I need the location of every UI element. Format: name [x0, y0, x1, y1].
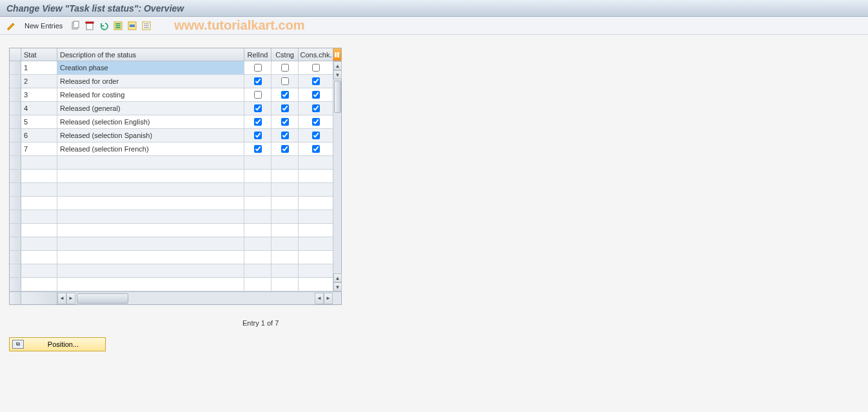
- empty-cell[interactable]: [57, 197, 244, 210]
- row-selector[interactable]: [10, 75, 21, 88]
- col-header-description[interactable]: Description of the status: [57, 48, 244, 61]
- empty-cell[interactable]: [21, 197, 57, 210]
- empty-cell[interactable]: [271, 264, 299, 278]
- checkbox-cstng[interactable]: [271, 88, 299, 102]
- checkbox-conschk[interactable]: [299, 88, 334, 102]
- checkbox-conschk-input[interactable]: [312, 132, 320, 139]
- checkbox-relind-input[interactable]: [254, 118, 262, 126]
- empty-cell[interactable]: [21, 237, 57, 251]
- empty-cell[interactable]: [21, 170, 57, 183]
- empty-cell[interactable]: [21, 251, 57, 264]
- empty-cell[interactable]: [271, 156, 299, 170]
- cell-stat[interactable]: 7: [21, 142, 57, 156]
- position-button[interactable]: ⧉ Position...: [9, 337, 106, 351]
- scroll-up-icon[interactable]: ▲: [333, 61, 342, 70]
- checkbox-conschk-input[interactable]: [312, 118, 320, 126]
- checkbox-conschk[interactable]: [299, 61, 334, 75]
- delete-icon[interactable]: [83, 19, 96, 32]
- col-header-cstng[interactable]: Cstng: [271, 48, 299, 61]
- scroll-right-step-icon[interactable]: ►: [66, 293, 75, 304]
- empty-cell[interactable]: [57, 237, 244, 251]
- checkbox-cstng[interactable]: [271, 142, 299, 156]
- empty-cell[interactable]: [271, 210, 299, 224]
- cell-stat[interactable]: 5: [21, 115, 57, 129]
- scroll-page-up-icon[interactable]: ▼: [333, 70, 342, 79]
- select-block-icon[interactable]: [126, 19, 139, 32]
- empty-cell[interactable]: [21, 210, 57, 224]
- checkbox-conschk[interactable]: [299, 102, 334, 115]
- empty-cell[interactable]: [57, 156, 244, 170]
- empty-cell[interactable]: [21, 224, 57, 237]
- checkbox-cstng-input[interactable]: [281, 104, 289, 112]
- checkbox-conschk-input[interactable]: [312, 77, 320, 85]
- checkbox-conschk-input[interactable]: [312, 145, 320, 153]
- table-settings-icon[interactable]: [333, 48, 341, 61]
- empty-cell[interactable]: [244, 210, 271, 224]
- empty-cell[interactable]: [271, 170, 299, 183]
- row-selector[interactable]: [10, 102, 21, 115]
- checkbox-cstng[interactable]: [271, 129, 299, 142]
- checkbox-conschk-input[interactable]: [312, 91, 320, 99]
- cell-description[interactable]: Released for order: [57, 75, 244, 88]
- checkbox-cstng[interactable]: [271, 115, 299, 129]
- checkbox-relind-input[interactable]: [254, 77, 262, 85]
- cell-description[interactable]: Released (selection French): [57, 142, 244, 156]
- checkbox-relind-input[interactable]: [254, 132, 262, 139]
- row-selector[interactable]: [10, 237, 21, 251]
- cell-description[interactable]: Released for costing: [57, 88, 244, 102]
- select-all-corner[interactable]: [10, 48, 21, 61]
- empty-cell[interactable]: [271, 197, 299, 210]
- deselect-all-icon[interactable]: [140, 19, 153, 32]
- empty-cell[interactable]: [299, 156, 334, 170]
- scroll-left-end-icon[interactable]: ◄: [315, 293, 324, 304]
- checkbox-cstng-input[interactable]: [281, 118, 289, 126]
- row-selector[interactable]: [10, 197, 21, 210]
- copy-icon[interactable]: [69, 19, 82, 32]
- empty-cell[interactable]: [57, 264, 244, 278]
- checkbox-cstng[interactable]: [271, 75, 299, 88]
- empty-cell[interactable]: [271, 251, 299, 264]
- row-selector[interactable]: [10, 224, 21, 237]
- empty-cell[interactable]: [21, 278, 57, 291]
- empty-cell[interactable]: [271, 224, 299, 237]
- toggle-edit-icon[interactable]: [5, 19, 18, 32]
- col-header-conschk[interactable]: Cons.chk.: [299, 48, 334, 61]
- checkbox-cstng-input[interactable]: [281, 64, 289, 72]
- scroll-down-icon[interactable]: ▼: [333, 282, 342, 291]
- scroll-thumb[interactable]: [334, 81, 341, 113]
- cell-stat[interactable]: 3: [21, 88, 57, 102]
- hscroll-thumb[interactable]: [77, 293, 128, 304]
- checkbox-relind-input[interactable]: [254, 91, 262, 99]
- cell-stat[interactable]: 6: [21, 129, 57, 142]
- row-selector[interactable]: [10, 251, 21, 264]
- empty-cell[interactable]: [299, 210, 334, 224]
- empty-cell[interactable]: [57, 210, 244, 224]
- row-selector[interactable]: [10, 129, 21, 142]
- scroll-left-icon[interactable]: ◄: [57, 293, 66, 304]
- empty-cell[interactable]: [299, 183, 334, 197]
- checkbox-relind[interactable]: [244, 142, 271, 156]
- checkbox-relind[interactable]: [244, 75, 271, 88]
- cell-stat[interactable]: 2: [21, 75, 57, 88]
- select-all-icon[interactable]: [112, 19, 124, 32]
- checkbox-relind[interactable]: [244, 129, 271, 142]
- cell-description[interactable]: Released (general): [57, 102, 244, 115]
- row-selector[interactable]: [10, 210, 21, 224]
- checkbox-cstng-input[interactable]: [281, 132, 289, 139]
- checkbox-conschk-input[interactable]: [312, 104, 320, 112]
- empty-cell[interactable]: [299, 197, 334, 210]
- empty-cell[interactable]: [299, 278, 334, 291]
- row-selector[interactable]: [10, 142, 21, 156]
- empty-cell[interactable]: [299, 237, 334, 251]
- col-header-stat[interactable]: Stat: [21, 48, 57, 61]
- empty-cell[interactable]: [57, 170, 244, 183]
- undo-icon[interactable]: [97, 19, 110, 32]
- checkbox-cstng-input[interactable]: [281, 91, 289, 99]
- checkbox-relind[interactable]: [244, 61, 271, 75]
- cell-description[interactable]: Released (selection English): [57, 115, 244, 129]
- checkbox-relind[interactable]: [244, 115, 271, 129]
- checkbox-relind-input[interactable]: [254, 64, 262, 72]
- empty-cell[interactable]: [57, 251, 244, 264]
- empty-cell[interactable]: [21, 183, 57, 197]
- cell-description[interactable]: Released (selection Spanish): [57, 129, 244, 142]
